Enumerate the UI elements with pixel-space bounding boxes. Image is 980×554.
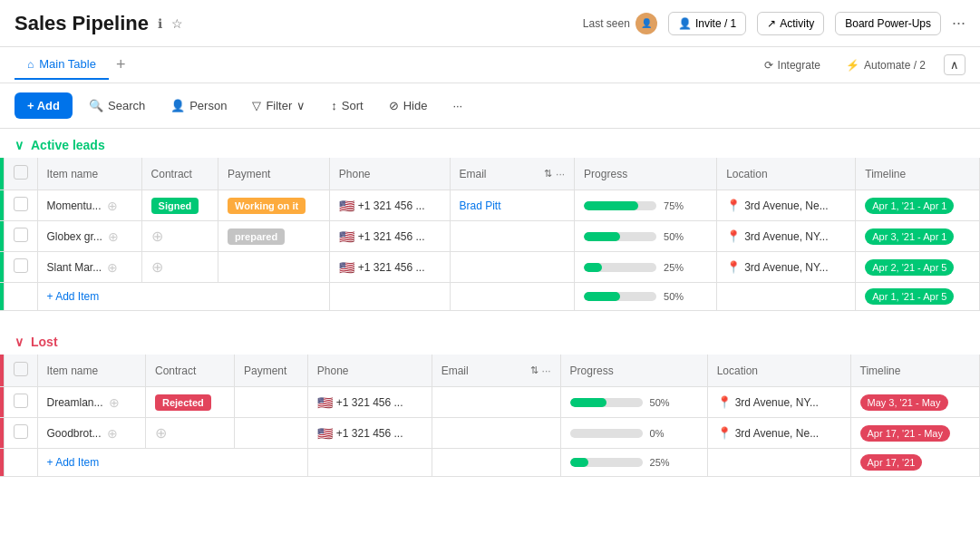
row-checkbox[interactable] <box>14 394 28 408</box>
location-icon: 📍 <box>726 199 741 212</box>
board-powerups-button[interactable]: Board Power-Ups <box>835 12 941 35</box>
row-checkbox-cell <box>4 418 37 449</box>
filter-button[interactable]: ▽ Filter ∨ <box>243 93 315 118</box>
add-person-icon[interactable]: ⊕ <box>107 260 118 275</box>
search-icon: 🔍 <box>89 99 103 112</box>
location-text: 3rd Avenue, Ne... <box>744 199 829 212</box>
location-icon: 📍 <box>726 260 741 274</box>
info-icon[interactable]: ℹ <box>156 15 164 33</box>
row-item-name: Goodbrot... ⊕ <box>37 418 145 449</box>
add-contract[interactable]: ⊕ <box>151 259 163 275</box>
row-payment <box>234 387 307 418</box>
table-row: Momentu... ⊕ Signed Working on it 🇺🇸 +1 … <box>0 190 980 221</box>
group-active: ∨ Active leads Item name Contract Paymen… <box>0 129 980 311</box>
last-seen: Last seen 👤 <box>583 13 657 34</box>
row-progress: 75% <box>575 190 717 221</box>
add-tab-button[interactable]: + <box>109 55 133 74</box>
row-timeline: Apr 17, '21 - May <box>850 418 979 449</box>
person-icon: 👤 <box>170 99 185 112</box>
add-item-row[interactable]: + Add Item 50% Apr 1, '21 - Apr 5 <box>0 283 980 311</box>
row-progress: 0% <box>560 418 707 449</box>
email-options-icon[interactable]: ··· <box>542 364 551 377</box>
th-checkbox <box>4 158 37 190</box>
progress-pct: 50% <box>664 231 689 242</box>
th-progress: Progress <box>560 355 707 387</box>
collapse-button[interactable]: ∧ <box>944 54 965 75</box>
top-header: Sales Pipeline ℹ ☆ Last seen 👤 👤 Invite … <box>0 0 980 47</box>
email-link[interactable]: Brad Pitt <box>460 199 501 212</box>
header-checkbox[interactable] <box>14 362 28 376</box>
add-button[interactable]: + Add <box>15 92 73 119</box>
location-icon: 📍 <box>717 395 732 409</box>
filter-label: Filter <box>266 99 292 112</box>
star-icon[interactable]: ☆ <box>170 15 185 33</box>
table-wrap-lost: Item name Contract Payment Phone Email ⇅… <box>0 355 980 477</box>
person-button[interactable]: 👤 Person <box>161 93 236 118</box>
phone-number: +1 321 456 ... <box>358 199 425 212</box>
sort-label: Sort <box>342 99 364 112</box>
add-item-label[interactable]: + Add Item <box>37 283 329 311</box>
th-item-name: Item name <box>37 355 145 387</box>
integrate-button[interactable]: ⟳ Integrate <box>757 55 828 75</box>
hide-icon: ⊘ <box>389 99 399 112</box>
table-row: Goodbrot... ⊕ ⊕ 🇺🇸 +1 321 456 ... <box>0 418 980 449</box>
row-timeline: Apr 3, '21 - Apr 1 <box>856 221 980 252</box>
add-item-location <box>717 283 856 311</box>
row-checkbox[interactable] <box>14 228 28 242</box>
add-item-label[interactable]: + Add Item <box>37 449 307 477</box>
hide-button[interactable]: ⊘ Hide <box>380 93 437 118</box>
header-checkbox[interactable] <box>14 165 28 180</box>
contract-badge: Signed <box>151 198 199 214</box>
group-chevron-active[interactable]: ∨ <box>15 138 24 152</box>
add-contract[interactable]: ⊕ <box>155 425 167 441</box>
row-checkbox[interactable] <box>14 258 28 273</box>
row-checkbox[interactable] <box>14 197 28 211</box>
email-options-icon[interactable]: ··· <box>556 168 565 180</box>
progress-pct: 75% <box>664 200 689 211</box>
row-checkbox[interactable] <box>14 424 28 439</box>
tab-main-table[interactable]: ⌂ Main Table <box>15 50 109 80</box>
invite-button[interactable]: 👤 Invite / 1 <box>668 12 746 35</box>
automate-icon: ⚡ <box>846 59 859 72</box>
automate-label: Automate / 2 <box>864 59 926 72</box>
more-tools-icon: ··· <box>452 99 462 112</box>
add-contract[interactable]: ⊕ <box>151 228 163 244</box>
group-chevron-lost[interactable]: ∨ <box>15 335 24 349</box>
row-email <box>450 252 575 283</box>
sort-button[interactable]: ↕ Sort <box>322 93 372 118</box>
add-person-icon[interactable]: ⊕ <box>109 395 120 410</box>
email-sort-icon[interactable]: ⇅ <box>530 364 539 376</box>
group-header-lost: ∨ Lost <box>0 326 980 355</box>
activity-button[interactable]: ↗ Activity <box>757 12 824 35</box>
row-payment <box>218 252 330 283</box>
timeline-badge: Apr 3, '21 - Apr 1 <box>865 228 954 245</box>
add-person-icon[interactable]: ⊕ <box>107 199 118 213</box>
row-contract: Signed <box>141 190 218 221</box>
row-checkbox-cell <box>4 387 37 418</box>
automate-button[interactable]: ⚡ Automate / 2 <box>839 55 933 75</box>
progress-pct: 0% <box>650 428 675 439</box>
table-icon: ⌂ <box>27 58 34 71</box>
tab-bar: ⌂ Main Table + ⟳ Integrate ⚡ Automate / … <box>0 47 980 83</box>
location-icon: 📍 <box>717 426 732 440</box>
more-tools-button[interactable]: ··· <box>443 93 471 118</box>
row-item-name: Slant Mar... ⊕ <box>37 252 141 283</box>
location-text: 3rd Avenue, NY... <box>735 396 819 409</box>
title-icons: ℹ ☆ <box>156 15 185 33</box>
row-progress: 25% <box>575 252 717 283</box>
add-item-row[interactable]: + Add Item 25% Apr 17, '21 <box>0 449 980 477</box>
add-item-email <box>450 283 575 311</box>
more-options-button[interactable]: ··· <box>952 14 965 33</box>
group-lost: ∨ Lost Item name Contract Payment Phone … <box>0 326 980 477</box>
th-item-name: Item name <box>37 158 141 190</box>
payment-badge: Working on it <box>228 198 306 214</box>
flag-icon: 🇺🇸 <box>317 426 333 441</box>
row-checkbox-cell <box>4 221 37 252</box>
avatar: 👤 <box>636 13 657 34</box>
add-person-icon[interactable]: ⊕ <box>107 426 118 441</box>
search-button[interactable]: 🔍 Search <box>80 93 154 118</box>
table-wrap-active: Item name Contract Payment Phone Email ⇅… <box>0 158 980 311</box>
table-active: Item name Contract Payment Phone Email ⇅… <box>0 158 980 311</box>
add-person-icon[interactable]: ⊕ <box>108 229 119 244</box>
email-sort-icon[interactable]: ⇅ <box>544 168 552 180</box>
